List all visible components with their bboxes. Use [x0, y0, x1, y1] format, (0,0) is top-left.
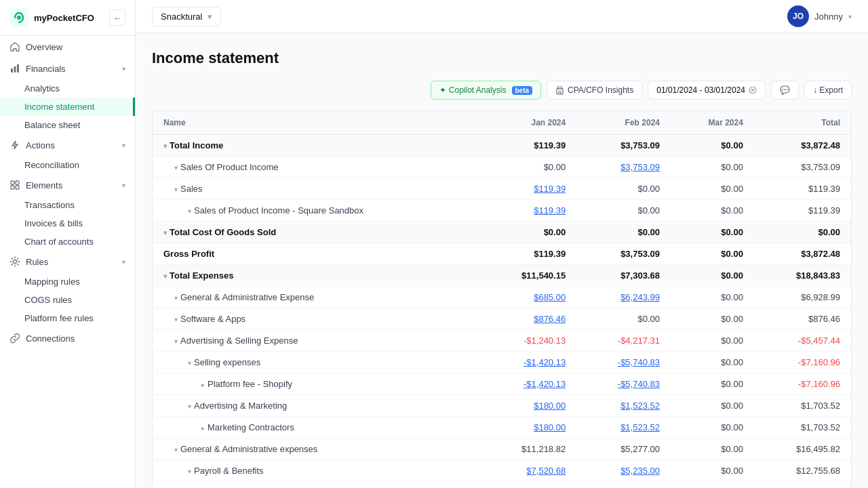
table-row-value-cell: $119.39: [479, 135, 576, 157]
sidebar-item-invoices-bills[interactable]: Invoices & bills: [0, 214, 135, 232]
copilot-analysis-button[interactable]: ✦ Copilot Analysis beta: [431, 81, 541, 100]
date-range-picker[interactable]: 01/01/2024 - 03/01/2024: [648, 81, 766, 100]
table-row-value-cell[interactable]: -$1,420.13: [479, 352, 576, 373]
table-row-value-cell[interactable]: -$5,740.83: [576, 373, 671, 395]
row-name: Sales Of Product Income: [180, 162, 279, 172]
collapse-icon[interactable]: ▾: [174, 294, 178, 302]
table-row-value-cell: $3,753.09: [576, 243, 671, 265]
col-feb: Feb 2024: [576, 111, 671, 135]
collapse-icon[interactable]: ▾: [188, 207, 191, 215]
collapse-icon[interactable]: ▾: [174, 164, 178, 171]
main-content: Snacktural ▾ JO Johnny ▾ Income statemen…: [136, 0, 868, 488]
table-row-name-cell: ▾Sales: [153, 178, 479, 200]
table-row-value-cell[interactable]: $7,433.66: [479, 482, 576, 489]
table-row-value-cell[interactable]: $1,523.52: [576, 395, 671, 417]
sidebar-item-platform-fee-rules[interactable]: Platform fee rules: [0, 309, 135, 327]
settings-icon: [9, 256, 20, 267]
sidebar-item-balance-sheet[interactable]: Balance sheet: [0, 116, 135, 134]
col-total: Total: [754, 111, 851, 135]
company-name: Snacktural: [161, 12, 202, 22]
svg-rect-4: [17, 64, 19, 73]
sidebar-item-mapping-rules[interactable]: Mapping rules: [0, 272, 135, 291]
table-row-value-cell[interactable]: $5,235.00: [576, 460, 671, 482]
table-row: ▾Total Income$119.39$3,753.09$0.00$3,872…: [153, 135, 851, 157]
sidebar-section-rules[interactable]: Rules ▾: [0, 251, 135, 272]
table-row-name-cell: ▾Sales Of Product Income: [153, 157, 479, 178]
table-row-value-cell[interactable]: $180.00: [479, 417, 576, 439]
app-name: myPocketCFO: [34, 13, 94, 23]
user-menu[interactable]: JO Johnny ▾: [787, 5, 852, 27]
table-row-value-cell: -$4,217.31: [576, 330, 671, 352]
sidebar-item-analytics[interactable]: Analytics: [0, 79, 135, 98]
row-name: Total Expenses: [170, 270, 233, 281]
collapse-icon[interactable]: ▾: [174, 338, 178, 345]
table-row-value-cell[interactable]: -$1,420.13: [479, 373, 576, 395]
table-row-value-cell: $12,755.68: [754, 460, 851, 482]
table-row-value-cell[interactable]: $876.46: [479, 308, 576, 330]
user-name: Johnny: [814, 12, 843, 22]
cpa-insights-button[interactable]: CPA/CFO Insights: [547, 81, 642, 100]
table-row-value-cell[interactable]: $180.00: [479, 395, 576, 417]
table-row-value-cell: $5,277.00: [576, 439, 671, 460]
table-row-value-cell: $0.00: [671, 135, 754, 157]
sidebar-section-actions[interactable]: Actions ▾: [0, 134, 135, 156]
collapse-icon[interactable]: ▾: [174, 446, 178, 453]
svg-rect-8: [16, 186, 19, 189]
row-name: Sales: [180, 184, 203, 194]
chevron-down-icon-2: ▾: [122, 142, 125, 149]
collapse-icon[interactable]: ▾: [163, 142, 167, 150]
export-label: ↓ Export: [813, 85, 843, 95]
sidebar-item-chart-of-accounts[interactable]: Chart of accounts: [0, 232, 135, 251]
row-name: Selling expenses: [194, 357, 260, 367]
table-row-name-cell: Gross Profit: [153, 243, 479, 265]
table-row-value-cell[interactable]: $1,523.52: [576, 417, 671, 439]
table-row-value-cell: $7,303.68: [576, 265, 671, 287]
sidebar-item-transactions[interactable]: Transactions: [0, 196, 135, 214]
collapse-icon[interactable]: ▾: [174, 316, 178, 323]
collapse-icon[interactable]: ▾: [163, 272, 167, 280]
export-button[interactable]: ↓ Export: [804, 81, 852, 100]
sidebar-item-income-statement[interactable]: Income statement: [0, 98, 135, 116]
sidebar-item-overview[interactable]: Overview: [0, 36, 135, 58]
table-row-name-cell: ▾Selling expenses: [153, 352, 479, 373]
table-row-value-cell[interactable]: $3,753.09: [576, 157, 671, 178]
table-row: ▾General & Administrative expenses$11,21…: [153, 439, 851, 460]
sidebar-section-elements[interactable]: Elements ▾: [0, 174, 135, 196]
table-row-value-cell[interactable]: $685.00: [479, 287, 576, 308]
table-row-value-cell[interactable]: -$5,740.83: [576, 352, 671, 373]
collapse-icon[interactable]: ▾: [188, 403, 191, 410]
col-jan: Jan 2024: [479, 111, 576, 135]
chart-icon: [9, 63, 20, 74]
top-bar: Snacktural ▾ JO Johnny ▾: [136, 0, 868, 33]
row-name: Software & Apps: [180, 314, 245, 324]
svg-rect-2: [11, 68, 13, 73]
collapse-icon[interactable]: ▾: [188, 468, 191, 475]
sidebar-label-actions: Actions: [26, 140, 55, 150]
table-row-value-cell[interactable]: $119.39: [479, 200, 576, 222]
row-name: General & Administrative expenses: [180, 444, 317, 454]
sidebar-item-reconciliation[interactable]: Reconciliation: [0, 156, 135, 174]
table-row-value-cell[interactable]: $119.39: [479, 178, 576, 200]
table-row-value-cell: $1,703.52: [754, 395, 851, 417]
table-row-value-cell: $3,753.09: [754, 157, 851, 178]
back-button[interactable]: ←: [109, 9, 125, 26]
sidebar-item-connections[interactable]: Connections: [0, 327, 135, 349]
table-row-value-cell: $0.00: [671, 417, 754, 439]
collapse-icon[interactable]: ▾: [174, 186, 178, 193]
table-row: ▾Sales$119.39$0.00$0.00$119.39: [153, 178, 851, 200]
sidebar-section-financials[interactable]: Financials ▾: [0, 58, 135, 79]
comment-button[interactable]: 💬: [771, 81, 799, 100]
grid-icon: [9, 180, 20, 190]
svg-rect-6: [16, 181, 19, 184]
table-row-value-cell: $0.00: [576, 200, 671, 222]
company-selector[interactable]: Snacktural ▾: [152, 7, 221, 26]
collapse-icon[interactable]: ▾: [163, 229, 167, 237]
collapse-icon[interactable]: ▾: [188, 359, 191, 367]
sidebar-item-cogs-rules[interactable]: COGS rules: [0, 291, 135, 309]
collapse-icon[interactable]: ▸: [201, 381, 205, 388]
row-name: Advertising & Marketing: [194, 401, 287, 411]
table-row-value-cell[interactable]: $6,243.99: [576, 287, 671, 308]
collapse-icon[interactable]: ▸: [201, 424, 205, 432]
table-row-value-cell[interactable]: $7,520.68: [479, 460, 576, 482]
table-row-value-cell: $11,540.15: [479, 265, 576, 287]
